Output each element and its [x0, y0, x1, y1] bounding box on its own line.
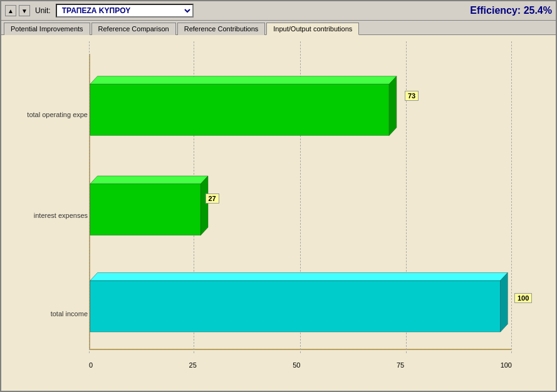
unit-select[interactable]: ΤΡΑΠΕΖΑ ΚΥΠΡΟΥ [56, 4, 194, 18]
bar2-right [197, 169, 206, 226]
x-axis-labels: 0 25 50 75 100 [89, 361, 512, 369]
x-label-50: 50 [293, 361, 300, 369]
bar1-label: total operating expe [14, 111, 88, 118]
bar1-right [382, 71, 390, 128]
x-label-75: 75 [397, 361, 404, 369]
tab-reference-contributions[interactable]: Reference Contributions [177, 23, 266, 35]
arrow-up-button[interactable]: ▲ [5, 5, 16, 16]
tabs-bar: Potential Improvements Reference Compari… [1, 21, 556, 35]
bar3-front [90, 276, 491, 325]
unit-label: Unit: [35, 6, 51, 15]
main-window: ▲ ▼ Unit: ΤΡΑΠΕΖΑ ΚΥΠΡΟΥ Efficiency: 25.… [0, 0, 557, 392]
arrow-down-button[interactable]: ▼ [19, 5, 30, 16]
bar1-top [90, 71, 390, 79]
tab-potential-improvements[interactable]: Potential Improvements [4, 23, 90, 35]
tab-io-contributions[interactable]: Input/Output contributions [266, 23, 359, 35]
bar3-label: total income [14, 310, 88, 317]
chart-area: 73 27 100 total operating expe interest … [1, 35, 556, 391]
efficiency-display: Efficiency: 25.4% [470, 5, 552, 16]
x-label-25: 25 [189, 361, 197, 369]
bar3-right [491, 268, 499, 325]
bar1-front [90, 79, 382, 128]
bars-svg [89, 54, 512, 350]
bar3-top [90, 268, 499, 276]
x-label-0: 0 [89, 361, 93, 369]
bar2-front [90, 177, 197, 226]
chart-container: 73 27 100 total operating expe interest … [14, 41, 543, 372]
toolbar: ▲ ▼ Unit: ΤΡΑΠΕΖΑ ΚΥΠΡΟΥ Efficiency: 25.… [1, 1, 556, 21]
bar2-label: interest expenses [14, 212, 88, 219]
bar3-value-label: 100 [514, 293, 532, 303]
x-label-100: 100 [501, 361, 512, 369]
bar2-top [90, 169, 206, 177]
bar1-value-label: 73 [405, 91, 419, 101]
bar2-value-label: 27 [206, 193, 219, 204]
tab-reference-comparison[interactable]: Reference Comparison [91, 23, 176, 35]
